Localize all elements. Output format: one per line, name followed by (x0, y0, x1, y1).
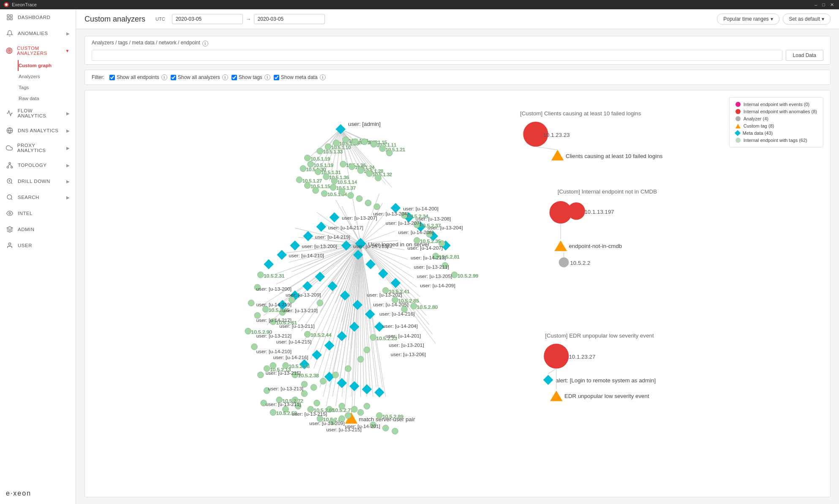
svg-point-161 (315, 169, 321, 175)
n-u13-215c[interactable] (374, 387, 384, 398)
svg-point-274 (270, 362, 276, 369)
n-u14-215[interactable] (378, 269, 388, 279)
sidebar-item-dns-analytics[interactable]: DNS ANALYTICS ▶ (0, 123, 76, 139)
window-controls[interactable]: – □ ✕ (813, 2, 836, 8)
sidebar-item-flow-analytics[interactable]: FLOW ANALYTICS ▶ (0, 104, 76, 123)
sidebar-item-admin[interactable]: ADMIN (0, 221, 76, 237)
sidebar-item-anomalies[interactable]: ANOMALIES ▶ (0, 25, 76, 41)
svg-point-244 (364, 403, 370, 409)
date-to-input[interactable] (254, 14, 325, 24)
node-endpoint-not-in-cmdb[interactable] (554, 240, 567, 251)
n-u14-216b[interactable] (352, 300, 362, 310)
n-u13-200[interactable] (290, 240, 300, 251)
filter-show-meta-data: Show meta data ℹ (274, 74, 326, 80)
svg-text:user: [u-13-215]: user: [u-13-215] (292, 411, 327, 417)
svg-point-210 (414, 237, 420, 244)
analyzer-search-input[interactable] (92, 50, 782, 61)
n-u14-217[interactable] (316, 222, 327, 232)
titlebar-left: ExeonTrace (3, 2, 37, 8)
meta-data-info-icon[interactable]: ℹ (320, 74, 326, 80)
n-u14-207b[interactable] (391, 278, 401, 288)
chevron-custom-icon: ▼ (65, 49, 70, 53)
show-all-endpoints-checkbox[interactable] (109, 75, 115, 80)
sidebar-item-proxy-analytics[interactable]: PROXY ANALYTICS ▶ (0, 139, 76, 157)
svg-point-242 (339, 403, 345, 409)
svg-point-251 (270, 409, 276, 416)
close-btn[interactable]: ✕ (828, 2, 836, 8)
svg-text:[Custom] Clients causing at le: [Custom] Clients causing at least 10 fai… (520, 110, 641, 117)
sidebar-item-user[interactable]: USER (0, 237, 76, 253)
svg-line-56 (361, 203, 383, 243)
sidebar-label-anomalies: ANOMALIES (18, 31, 48, 36)
chevron-anomalies-icon: ▶ (66, 31, 70, 36)
drilldown-icon (6, 177, 14, 185)
n-u13-206[interactable] (337, 331, 347, 341)
sidebar-item-intel[interactable]: INTEL (0, 205, 76, 221)
svg-text:user: [u-13-207]: user: [u-13-207] (342, 215, 377, 221)
n-u14-211[interactable] (337, 378, 347, 388)
node-cmdb-2[interactable] (567, 202, 585, 220)
svg-point-13 (11, 166, 13, 168)
dns-icon (6, 127, 14, 134)
date-from-input[interactable] (172, 14, 243, 24)
sidebar-sub-tags[interactable]: Tags (18, 82, 76, 93)
utc-label: UTC (155, 16, 165, 22)
node-clients-failed-logins[interactable] (551, 150, 564, 161)
n-u13-202[interactable] (327, 281, 338, 291)
search-input-row: Load Data (92, 50, 823, 61)
set-as-default-btn[interactable]: Set as default ▾ (783, 14, 831, 25)
node-user-admin[interactable]: user: [admin] (335, 121, 381, 134)
endpoints-info-icon[interactable]: ℹ (161, 74, 167, 80)
search-bar-inner: Analyzers / tags / meta data / network /… (92, 40, 823, 61)
node-edr-unpopular[interactable] (550, 390, 563, 401)
sidebar-item-topology[interactable]: TOPOLOGY ▶ (0, 157, 76, 173)
cluster-edr: [Custom] EDR unpopular low severity even… (543, 332, 656, 401)
graph-container[interactable]: Internal endpoint with events (0) Intern… (84, 90, 831, 497)
show-meta-data-checkbox[interactable] (274, 75, 279, 80)
search-info-icon[interactable]: ℹ (202, 41, 208, 46)
node-alert-login[interactable] (543, 375, 553, 385)
svg-text:10.5.2.35: 10.5.2.35 (420, 238, 441, 244)
svg-text:user: [u-14-215]: user: [u-14-215] (276, 339, 312, 345)
sidebar-sub-custom-graph[interactable]: Custom graph (18, 60, 76, 71)
tags-info-icon[interactable]: ℹ (264, 74, 270, 80)
cluster-not-in-cmdb: [Custom] Internal endpoint not in CMDB 1… (550, 188, 657, 267)
n-u13-210[interactable] (302, 281, 313, 291)
legend-label-analyzer: Analyzer (4) (744, 116, 768, 121)
svg-text:user: [u-14-204]: user: [u-14-204] (382, 323, 418, 329)
svg-point-144 (333, 140, 339, 146)
show-tags-checkbox[interactable] (232, 75, 237, 80)
sidebar-sub-analyzers[interactable]: Analyzers (18, 71, 76, 82)
n-u13-211[interactable] (315, 272, 325, 282)
node-10-5-2-2[interactable] (559, 257, 569, 267)
n-u14-219[interactable] (303, 231, 313, 241)
svg-text:user: [u-13-209]: user: [u-13-209] (286, 292, 321, 298)
sidebar-item-custom-analyzers[interactable]: CUSTOM ANALYZERS ▼ (0, 41, 76, 60)
n-u13-212[interactable] (264, 259, 274, 270)
graph-svg[interactable]: user: [admin] User logged in on server m… (85, 90, 830, 497)
sidebar-label-custom-analyzers: CUSTOM ANALYZERS (17, 46, 61, 56)
svg-text:10.5.2.89: 10.5.2.89 (382, 414, 403, 420)
load-data-btn[interactable]: Load Data (786, 50, 823, 61)
sidebar-item-drill-down[interactable]: DRILL DOWN ▶ (0, 173, 76, 189)
sidebar-item-search[interactable]: SEARCH ▶ (0, 189, 76, 205)
n-u13-215b[interactable] (362, 384, 372, 395)
svg-text:10.5.2.2: 10.5.2.2 (570, 260, 590, 266)
node-10-1-23-27[interactable] (544, 343, 569, 368)
n-u13-207[interactable] (330, 212, 340, 223)
minimize-btn[interactable]: – (813, 2, 819, 8)
analyzers-info-icon[interactable]: ℹ (222, 74, 228, 80)
maximize-btn[interactable]: □ (820, 2, 827, 8)
sidebar-item-dashboard[interactable]: DASHBOARD (0, 9, 76, 25)
n-u13-213[interactable] (349, 381, 360, 391)
popular-time-ranges-btn[interactable]: Popular time ranges ▾ (717, 14, 779, 25)
svg-point-264 (382, 425, 389, 431)
page-title: Custom analyzers (84, 15, 145, 24)
svg-text:10.5.2.44: 10.5.2.44 (311, 332, 332, 338)
svg-text:user: [u-13-205]: user: [u-13-205] (417, 273, 452, 279)
sidebar-sub-raw-data[interactable]: Raw data (18, 93, 76, 104)
show-all-analyzers-checkbox[interactable] (171, 75, 176, 80)
n-u14-210[interactable] (277, 250, 287, 260)
sidebar: DASHBOARD ANOMALIES ▶ CUSTOM ANALYZERS ▼… (0, 9, 76, 504)
legend-analyzer: Analyzer (4) (735, 116, 817, 121)
